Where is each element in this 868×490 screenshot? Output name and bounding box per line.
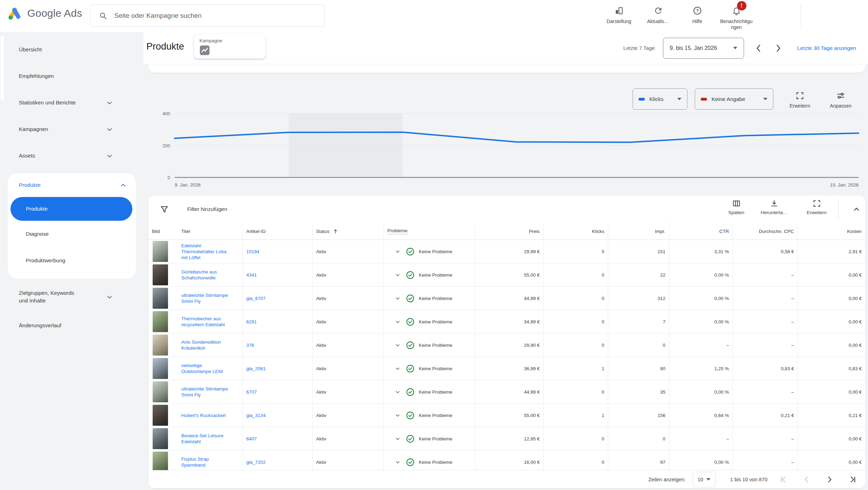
article-id-link[interactable]: gla_6707 <box>246 295 266 301</box>
product-title-link[interactable]: Anis Sonderedition Kräuterlikör <box>181 339 232 351</box>
download-button[interactable]: Herunterla… <box>755 199 793 215</box>
column-header-impr[interactable]: Impr. <box>608 223 669 240</box>
article-id-link[interactable]: gla_2061 <box>246 366 266 372</box>
article-id-cell: gla_6707 <box>242 287 312 310</box>
last-page-button[interactable] <box>846 473 860 487</box>
article-id-link[interactable]: 15194 <box>246 249 260 255</box>
impressions-value: 97 <box>660 460 665 465</box>
previous-period-button[interactable] <box>749 38 768 58</box>
article-id-link[interactable]: 6407 <box>246 436 257 442</box>
chevron-down-icon[interactable] <box>394 388 402 396</box>
product-title-link[interactable]: ultraleichte Stirnlampe Smini Fly <box>181 292 232 304</box>
topbar-action-benachrichtigungen[interactable]: !Benachrichtigungen <box>717 4 756 30</box>
sidebar-item-ubersicht[interactable]: Übersicht <box>0 36 144 63</box>
campaign-filter-chip[interactable]: Kampagne <box>194 34 265 59</box>
sidebar-item-kampagnen[interactable]: Kampagnen <box>0 116 144 142</box>
image-cell <box>148 334 178 357</box>
column-header-durchschn-cpc[interactable]: Durchschn. CPC <box>732 223 797 240</box>
chevron-down-icon[interactable] <box>394 318 402 326</box>
sidebar-item-assets[interactable]: Assets <box>0 142 144 169</box>
chevron-down-icon[interactable] <box>394 435 402 443</box>
campaign-performance-icon <box>199 45 260 57</box>
cpc-value: – <box>732 287 797 310</box>
sidebar-item-empfehlungen[interactable]: Empfehlungen <box>0 63 144 89</box>
impressions-value: 151 <box>657 249 665 254</box>
article-id-link[interactable]: gla_7202 <box>246 459 266 465</box>
chevron-down-icon[interactable] <box>394 294 402 302</box>
search-box[interactable] <box>90 5 325 27</box>
impressions-value: 22 <box>660 272 665 278</box>
sidebar-item-diagnose[interactable]: Diagnose <box>8 221 136 247</box>
product-title-link[interactable]: Besteck-Set Leisure Edelstahl <box>181 433 232 445</box>
status-value: Aktiv <box>316 343 326 348</box>
google-ads-logo[interactable]: Google Ads <box>7 6 82 21</box>
problems-cell: Keine Probleme <box>384 357 475 380</box>
product-title-link[interactable]: Hubert's Rucksackerl <box>181 412 226 418</box>
next-page-button[interactable] <box>823 473 837 487</box>
column-header-bild[interactable]: Bild <box>148 223 178 240</box>
impressions-value: 151 <box>608 240 669 263</box>
column-header-klicks[interactable]: Klicks <box>543 223 608 240</box>
product-title-link[interactable]: vielseitige Outdoorlampe LENI <box>181 363 232 374</box>
column-header-preis[interactable]: Preis <box>475 223 543 240</box>
rows-per-page-selector[interactable]: 10 <box>693 472 716 487</box>
article-id-link[interactable]: 6707 <box>246 389 257 395</box>
topbar-action-darstellung[interactable]: Darstellung <box>599 4 639 30</box>
product-title-link[interactable]: ultraleichte Stirnlampe Smini Fly <box>181 386 232 398</box>
topbar: Google Ads DarstellungAktualis…?Hilfe!Be… <box>0 0 868 32</box>
chevron-down-icon[interactable] <box>394 411 402 419</box>
rows-per-page-label: Zeilen anzeigen: <box>648 477 685 482</box>
chevron-down-icon[interactable] <box>394 365 402 373</box>
column-header-probleme[interactable]: Probleme <box>384 223 475 240</box>
column-header-status[interactable]: Status <box>312 223 384 240</box>
filter-funnel-icon[interactable] <box>160 205 169 214</box>
impressions-value: 156 <box>657 413 665 418</box>
cpc-value: – <box>791 319 794 324</box>
column-header-titel[interactable]: Titel <box>178 223 242 240</box>
image-cell <box>148 263 178 286</box>
columns-button[interactable]: Spalten <box>717 199 756 215</box>
cost-value: 0,00 € <box>797 334 865 357</box>
topbar-action-aktualisieren[interactable]: Aktualis… <box>639 4 678 30</box>
price-value: 36,99 € <box>524 366 540 371</box>
table-row: ultraleichte Stirnlampe Smini Fly6707Akt… <box>148 380 865 404</box>
column-header-artikel-id[interactable]: Artikel-ID <box>242 223 312 240</box>
add-filter-button[interactable]: Filter hinzufügen <box>187 206 227 212</box>
sidebar-item-zielgruppen-keywords-und-inhalte[interactable]: Zielgruppen, Keywords und Inhalte <box>0 281 144 312</box>
topbar-action-hilfe[interactable]: ?Hilfe <box>678 4 717 30</box>
date-range-selector[interactable]: 9. bis 15. Jan 2026 <box>663 38 744 59</box>
article-id-link[interactable]: 376 <box>246 342 254 348</box>
product-title-link[interactable]: Thermobecher aus recyceltem Edelstahl <box>181 316 232 328</box>
sidebar-group-header-produkte[interactable]: Produkte <box>8 173 136 195</box>
chevron-down-icon[interactable] <box>394 458 402 466</box>
product-title-link[interactable]: Fixplus Strap Spannband <box>181 456 232 468</box>
article-id-link[interactable]: 4341 <box>246 272 257 278</box>
sidebar-item-anderungsverlauf[interactable]: Änderungsverlauf <box>0 312 144 339</box>
product-image <box>153 241 168 262</box>
column-header-label: Bild <box>152 229 160 234</box>
status-value: Aktiv <box>316 413 326 418</box>
sidebar-item-produktwerbung[interactable]: Produktwerbung <box>8 247 136 274</box>
sort-ascending-icon <box>332 228 339 235</box>
chevron-down-icon[interactable] <box>394 341 402 349</box>
cost-value: 0,00 € <box>848 436 862 441</box>
column-header-kosten[interactable]: Kosten <box>797 223 865 240</box>
article-id-link[interactable]: gla_3134 <box>246 412 266 418</box>
sidebar-item-statistiken-und-berichte[interactable]: Statistiken und Berichte <box>0 89 144 116</box>
column-header-ctr[interactable]: CTR <box>669 223 732 240</box>
product-title-link[interactable]: Gürteltasche aus Schafschurwolle <box>181 269 232 281</box>
chevron-down-icon[interactable] <box>394 271 402 279</box>
collapse-table-button[interactable] <box>847 200 866 218</box>
article-id-link[interactable]: 6291 <box>246 319 257 325</box>
sidebar-item-produkte-selected[interactable]: Produkte <box>10 197 132 221</box>
next-period-button[interactable] <box>768 38 788 58</box>
search-input[interactable] <box>114 12 324 20</box>
clicks-value: 5 <box>543 240 608 263</box>
product-title-link[interactable]: Edelstahl-Thermobehälter Lotta mit Löffe… <box>181 243 232 261</box>
chevron-down-icon[interactable] <box>394 248 402 256</box>
expand-table-button[interactable]: Erweitern <box>797 199 836 215</box>
impressions-value: 0 <box>608 427 669 450</box>
show-30-days-link[interactable]: Letzte 30 Tage anzeigen <box>797 45 856 51</box>
title-cell: Besteck-Set Leisure Edelstahl <box>178 427 242 450</box>
column-header-label: Preis <box>529 229 540 234</box>
